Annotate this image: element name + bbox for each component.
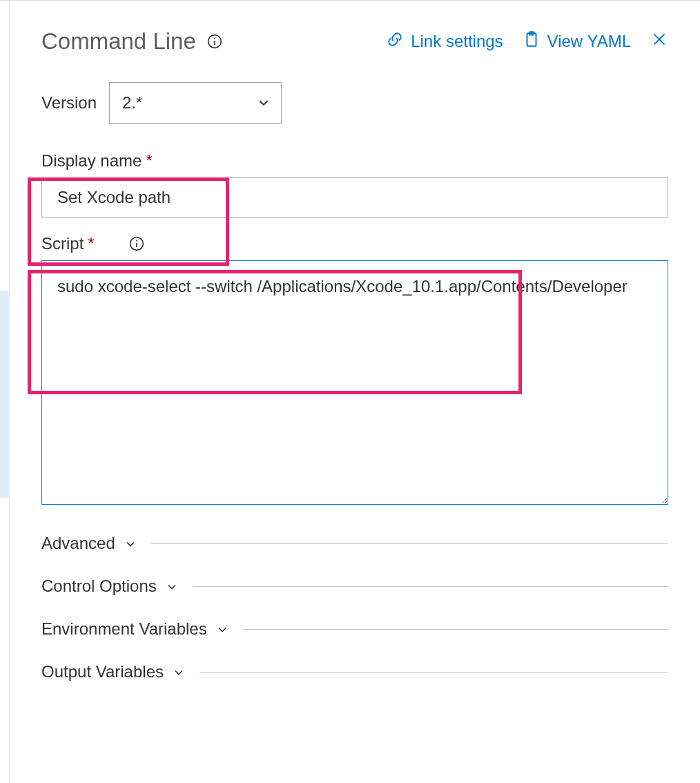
script-label: Script <box>41 234 84 253</box>
sidebar-selection-indicator <box>0 291 10 498</box>
section-env-label: Environment Variables <box>41 619 207 639</box>
link-settings-button[interactable]: Link settings <box>386 30 503 52</box>
required-mark: * <box>88 234 94 253</box>
section-output-label: Output Variables <box>41 662 164 682</box>
view-yaml-button[interactable]: View YAML <box>523 30 631 52</box>
sidebar-stub <box>0 1 10 783</box>
chevron-down-icon <box>124 537 137 551</box>
section-output-variables[interactable]: Output Variables <box>41 662 668 682</box>
close-icon <box>650 30 668 53</box>
info-icon[interactable] <box>207 34 222 49</box>
script-textarea[interactable] <box>41 260 668 505</box>
version-select[interactable]: 2.* <box>109 82 282 124</box>
link-icon <box>386 30 404 52</box>
info-icon[interactable] <box>129 236 144 251</box>
section-advanced[interactable]: Advanced <box>41 534 668 553</box>
chevron-down-icon <box>256 95 271 110</box>
section-advanced-label: Advanced <box>41 534 115 553</box>
clipboard-icon <box>523 30 541 52</box>
link-settings-label: Link settings <box>411 32 503 51</box>
chevron-down-icon <box>165 580 179 594</box>
view-yaml-label: View YAML <box>547 32 631 51</box>
display-name-input[interactable] <box>41 177 668 218</box>
close-button[interactable] <box>650 30 668 53</box>
version-label: Version <box>41 93 97 113</box>
version-value: 2.* <box>122 93 142 113</box>
page-title: Command Line <box>41 28 196 55</box>
svg-point-8 <box>136 240 137 242</box>
section-environment-variables[interactable]: Environment Variables <box>41 619 668 639</box>
display-name-label: Display name <box>41 151 142 171</box>
chevron-down-icon <box>172 666 186 679</box>
svg-point-1 <box>214 38 215 39</box>
section-control-options[interactable]: Control Options <box>41 577 668 596</box>
required-mark: * <box>146 151 152 171</box>
section-control-options-label: Control Options <box>41 577 157 596</box>
chevron-down-icon <box>215 623 229 637</box>
